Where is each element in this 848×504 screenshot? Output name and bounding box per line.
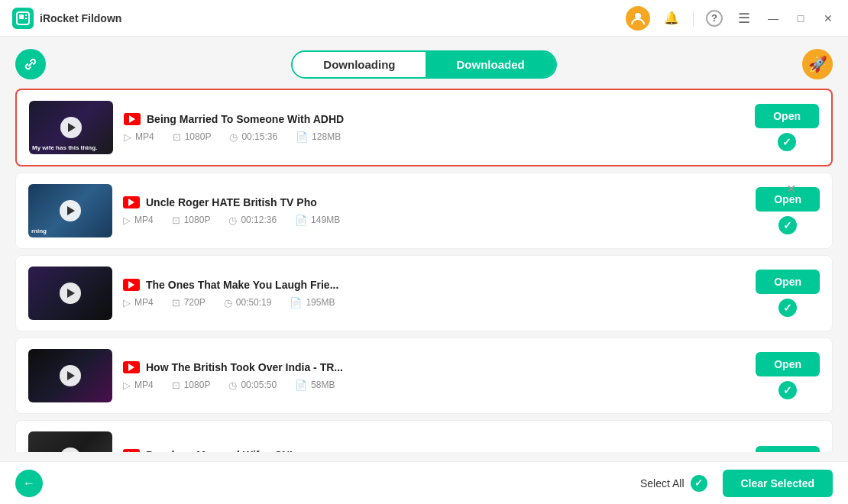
menu-icon[interactable]: ☰: [735, 9, 753, 27]
format-value: MP4: [134, 297, 154, 308]
video-thumbnail: [28, 349, 112, 402]
open-button[interactable]: Open: [756, 270, 820, 294]
resolution-meta: ⊡ 720P: [172, 297, 206, 309]
video-thumbnail: My wife has this thing.: [29, 101, 113, 154]
youtube-icon: [123, 361, 140, 373]
video-title: Being Married To Someone With ADHD: [147, 113, 344, 125]
open-button[interactable]: Open: [756, 446, 820, 452]
rocket-button[interactable]: 🚀: [802, 49, 833, 79]
youtube-icon: [123, 279, 140, 291]
resolution-meta: ⊡ 1080P: [173, 131, 212, 143]
open-button[interactable]: Open: [756, 352, 820, 376]
video-meta: ▷ MP4 ⊡ 720P ◷ 00:50:19 📄: [123, 297, 745, 309]
resolution-meta: ⊡ 1080P: [172, 215, 211, 226]
size-value: 128MB: [312, 131, 341, 142]
tab-downloading[interactable]: Downloading: [293, 52, 426, 77]
size-meta: 📄 149MB: [295, 215, 340, 226]
video-thumbnail: [28, 431, 112, 452]
resolution-icon: ⊡: [172, 380, 180, 391]
thumb-text: rning: [31, 228, 47, 234]
thumbnail-bg: rning: [28, 184, 112, 237]
video-actions: Open ✓: [755, 104, 819, 151]
content-area: My wife has this thing. Being Married To…: [0, 79, 848, 461]
size-icon: 📄: [295, 215, 307, 226]
size-value: 149MB: [311, 215, 340, 225]
minimize-button[interactable]: —: [765, 11, 781, 26]
title-row: Being Married To Someone With ADHD: [124, 113, 744, 125]
header: Downloading Downloaded 🚀: [0, 37, 848, 79]
video-title: How The British Took Over India - TR...: [146, 361, 343, 373]
thumbnail-bg: [28, 349, 112, 402]
open-button[interactable]: Open: [755, 104, 819, 128]
video-thumbnail: [28, 267, 112, 320]
play-button[interactable]: [60, 117, 82, 138]
close-button[interactable]: ✕: [820, 11, 836, 26]
titlebar-actions: 🔔 ? ☰ — □ ✕: [626, 6, 836, 31]
titlebar-separator: [693, 11, 694, 26]
video-thumbnail: rning: [28, 184, 112, 237]
maximize-button[interactable]: □: [793, 11, 808, 26]
check-circle[interactable]: ✓: [778, 381, 797, 399]
duration-meta: ◷ 00:15:36: [229, 131, 277, 143]
play-button[interactable]: [60, 283, 81, 304]
help-icon[interactable]: ?: [706, 10, 723, 27]
clear-selected-button[interactable]: Clear Selected: [723, 470, 833, 497]
video-list: My wife has this thing. Being Married To…: [15, 89, 833, 452]
duration-value: 00:12:36: [241, 215, 277, 225]
paste-link-button[interactable]: [15, 49, 46, 79]
check-circle[interactable]: ✓: [778, 133, 796, 151]
size-meta: 📄 58MB: [295, 380, 335, 391]
size-meta: 📄 128MB: [296, 131, 341, 143]
video-item: My wife has this thing. Being Married To…: [15, 89, 833, 166]
tab-downloaded[interactable]: Downloaded: [426, 52, 555, 77]
bell-icon[interactable]: 🔔: [662, 9, 681, 27]
svg-rect-1: [19, 15, 24, 19]
video-actions: Open: [756, 446, 820, 452]
youtube-icon: [124, 113, 141, 125]
video-title: Penelope Man and Wife - SNL: [146, 449, 296, 452]
size-icon: 📄: [295, 380, 307, 391]
resolution-value: 1080P: [184, 380, 211, 390]
thumbnail-bg: [28, 267, 112, 320]
title-row: The Ones That Make You Laugh Frie...: [123, 279, 745, 291]
video-meta: ▷ MP4 ⊡ 1080P ◷ 00:12:36 📄: [123, 215, 745, 226]
app-logo: [12, 8, 34, 29]
back-button[interactable]: ←: [15, 470, 43, 497]
duration-icon: ◷: [228, 380, 237, 391]
thumbnail-bg: My wife has this thing.: [29, 101, 113, 154]
remove-button[interactable]: ✕: [783, 181, 798, 196]
duration-icon: ◷: [229, 131, 238, 143]
select-all-checkbox[interactable]: ✓: [691, 475, 707, 492]
title-row: How The British Took Over India - TR...: [123, 361, 745, 373]
format-value: MP4: [135, 131, 154, 142]
title-row: Uncle Roger HATE British TV Pho: [123, 196, 745, 208]
format-meta: ▷ MP4: [123, 297, 154, 309]
video-info: The Ones That Make You Laugh Frie... ▷ M…: [123, 279, 745, 309]
youtube-icon: [123, 196, 140, 208]
video-meta: ▷ MP4 ⊡ 1080P ◷ 00:15:36 📄: [124, 131, 744, 143]
video-info: Being Married To Someone With ADHD ▷ MP4…: [124, 113, 744, 143]
play-button[interactable]: [60, 365, 81, 386]
format-meta: ▷ MP4: [123, 215, 154, 226]
format-value: MP4: [134, 215, 154, 225]
duration-value: 00:05:50: [241, 380, 277, 390]
size-value: 58MB: [311, 380, 335, 390]
check-circle[interactable]: ✓: [778, 299, 797, 317]
check-circle[interactable]: ✓: [778, 216, 797, 234]
play-button[interactable]: [60, 447, 81, 452]
duration-icon: ◷: [228, 215, 237, 226]
video-title: Uncle Roger HATE British TV Pho: [146, 196, 317, 208]
format-meta: ▷ MP4: [124, 131, 154, 143]
video-item: How The British Took Over India - TR... …: [15, 338, 833, 414]
format-value: MP4: [134, 380, 154, 390]
video-meta: ▷ MP4 ⊡ 1080P ◷ 00:05:50 📄: [123, 380, 745, 391]
play-button[interactable]: [60, 200, 81, 221]
video-item: Penelope Man and Wife - SNL Open: [15, 420, 833, 452]
app-title: iRocket Fildown: [40, 12, 626, 24]
tabs-container: Downloading Downloaded: [52, 50, 796, 79]
video-item: rning Uncle Roger HATE British TV Pho ▷ …: [15, 173, 833, 249]
main-content: Downloading Downloaded 🚀 My wife has thi…: [0, 37, 848, 504]
footer: ← Select All ✓ Clear Selected: [0, 461, 848, 504]
duration-value: 00:50:19: [236, 297, 272, 308]
user-avatar[interactable]: [626, 6, 650, 31]
